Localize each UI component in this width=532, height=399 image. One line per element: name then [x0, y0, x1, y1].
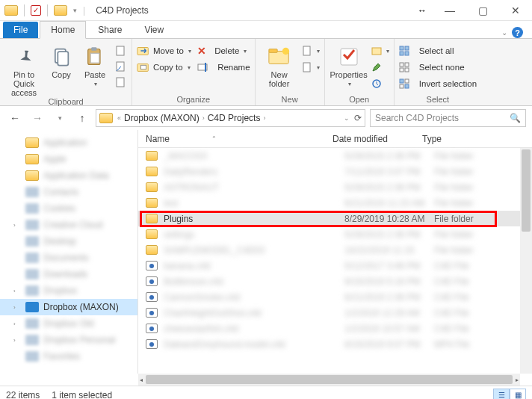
tab-view[interactable]: View [134, 22, 174, 38]
file-row-selected[interactable]: Plugins8/29/2019 10:28 AMFile folder [138, 211, 532, 226]
tree-item[interactable]: ›Creative Cloud [0, 217, 137, 233]
file-row[interactable]: banana.c4d5/12/2017 3:46 PMC4D File [138, 258, 532, 273]
pin-to-quick-access-button[interactable]: Pin to Quick access [4, 43, 43, 97]
new-folder-button[interactable]: New folder [260, 43, 299, 88]
svg-rect-4 [90, 53, 99, 63]
file-list-pane: Name⌃ Date modified Type _MACOSX5/29/201… [138, 130, 532, 374]
tree-item-selected[interactable]: ›Dropbox (MAXON) [0, 299, 137, 315]
tree-item[interactable]: Application Data [0, 167, 137, 184]
scrollbar-thumb[interactable] [522, 149, 531, 232]
ribbon: Pin to Quick access Copy Paste▾ Clipboar… [0, 39, 532, 106]
move-to-button[interactable]: Move to▾ [137, 43, 191, 58]
svg-rect-29 [400, 79, 403, 83]
tree-item[interactable]: Desktop [0, 233, 137, 250]
close-button[interactable]: ✕ [499, 0, 532, 21]
file-row[interactable]: _MACOSX5/29/2015 2:36 PMFile folder [138, 148, 532, 164]
file-row[interactable]: cheesestarfish.c4d1/2/2019 10:57 AMC4D F… [138, 321, 532, 336]
copy-to-button[interactable]: Copy to▾ [137, 60, 191, 75]
horizontal-scrollbar[interactable]: ◂▸ [138, 374, 520, 386]
maximize-button[interactable]: ▢ [466, 0, 499, 21]
tab-home[interactable]: Home [40, 21, 86, 39]
open-button[interactable]: ▾ [371, 43, 389, 58]
tree-item[interactable]: ›Dropbox Old [0, 315, 137, 332]
status-item-count: 22 items [6, 390, 40, 400]
svg-rect-5 [117, 46, 124, 55]
delete-button[interactable]: ✕ Delete▾ [197, 43, 250, 58]
forward-button[interactable]: → [28, 109, 46, 127]
col-header-date[interactable]: Date modified [332, 134, 422, 144]
tree-item[interactable]: Application [0, 134, 137, 151]
tab-file[interactable]: File [3, 22, 38, 38]
view-details-button[interactable]: ☰ [493, 389, 510, 400]
copy-button[interactable]: Copy [46, 43, 76, 79]
svg-rect-25 [400, 63, 403, 66]
minimize-button[interactable]: — [433, 0, 466, 21]
svg-rect-30 [405, 79, 409, 83]
history-button[interactable] [371, 76, 389, 91]
svg-rect-7 [117, 78, 124, 87]
paste-button[interactable]: Paste▾ [79, 43, 111, 87]
new-item-button[interactable]: ▾ [302, 43, 320, 58]
title-bar: ✓ ▾ | C4D Projects ↔ — ▢ ✕ [0, 0, 532, 21]
file-row[interactable]: settings5/29/2015 2:36 PMFile folder [138, 226, 532, 242]
tree-item[interactable]: ›Dropbox [0, 282, 137, 299]
breadcrumb-seg[interactable]: Dropbox (MAXON) [124, 113, 200, 123]
file-row[interactable]: ASTRONAUT5/29/2015 2:36 PMFile folder [138, 179, 532, 195]
tree-item[interactable]: Apple [0, 151, 137, 167]
search-box[interactable]: Search C4D Projects 🔍 [370, 109, 526, 127]
resize-handle-icon[interactable]: ↔ [411, 0, 433, 21]
up-button[interactable]: ↑ [73, 109, 91, 127]
ribbon-collapse-icon[interactable]: ⌄ [501, 28, 507, 37]
clipboard-small2[interactable] [115, 59, 127, 74]
file-row[interactable]: test6/21/2019 11:23 AMFile folder [138, 195, 532, 211]
rename-button[interactable]: Rename [197, 60, 250, 75]
qat-properties-icon[interactable]: ✓ [31, 5, 41, 16]
svg-rect-16 [303, 46, 310, 55]
svg-rect-12 [205, 63, 206, 72]
new-folder-label: New folder [260, 70, 299, 88]
breadcrumb-seg[interactable]: C4D Projects [208, 113, 261, 123]
addr-dropdown-icon[interactable]: ⌄ [344, 114, 350, 122]
recent-locations-button[interactable]: ▾ [51, 109, 69, 127]
file-row[interactable]: DailyRenders7/11/2019 3:07 PMFile folder [138, 164, 532, 179]
tree-item[interactable]: Cookies [0, 200, 137, 217]
folder-icon[interactable] [54, 5, 67, 16]
invert-selection-button[interactable]: Invert selection [399, 76, 477, 91]
col-header-type[interactable]: Type [422, 134, 482, 144]
search-icon[interactable]: 🔍 [510, 113, 521, 123]
properties-button[interactable]: Properties▾ [330, 43, 368, 87]
navigation-pane[interactable]: Application Apple Application Data Conta… [0, 130, 138, 374]
clipboard-small1[interactable] [115, 43, 127, 58]
svg-rect-28 [405, 68, 409, 72]
tree-item[interactable]: Favorites [0, 348, 137, 365]
clipboard-small3[interactable] [115, 75, 127, 90]
column-headers: Name⌃ Date modified Type [138, 130, 532, 148]
tree-item[interactable]: Contacts [0, 184, 137, 200]
select-all-button[interactable]: Select all [399, 43, 477, 58]
select-none-button[interactable]: Select none [399, 60, 477, 75]
file-row[interactable]: ChartHeightOutShot.c4d1/2/2019 12:29 AMC… [138, 305, 532, 321]
col-header-name[interactable]: Name⌃ [146, 134, 332, 144]
file-row[interactable]: DaleandGreyhound.model.c4d8/15/2019 9:07… [138, 336, 532, 352]
address-bar[interactable]: « Dropbox (MAXON) › C4D Projects › ⌄ ⟳ [96, 109, 365, 127]
easy-access-button[interactable]: ▾ [302, 60, 320, 75]
vertical-scrollbar[interactable] [520, 148, 532, 374]
file-row[interactable]: Bottlenose.c4d9/15/2019 5:16 PMC4D File [138, 273, 532, 289]
refresh-icon[interactable]: ⟳ [354, 113, 362, 123]
file-row[interactable]: CannonSmoke.c4d6/21/2019 2:36 PMC4D File [138, 289, 532, 305]
file-row[interactable]: SAMPLEMODEL_C4D0310/22/2019 11:15File fo… [138, 242, 532, 258]
svg-rect-19 [372, 48, 381, 55]
tree-item[interactable]: Downloads [0, 266, 137, 282]
qat-dropdown-icon[interactable]: ▾ [73, 7, 77, 14]
clipboard-group-label: Clipboard [4, 97, 127, 108]
folder-icon[interactable] [4, 5, 18, 16]
help-icon[interactable]: ? [512, 27, 523, 38]
edit-button[interactable] [371, 60, 389, 75]
back-button[interactable]: ← [6, 109, 24, 127]
ribbon-group-open: Properties▾ ▾ Open [325, 39, 395, 105]
view-large-icons-button[interactable]: ▦ [510, 389, 526, 400]
tree-item[interactable]: ›Dropbox Personal [0, 332, 137, 348]
tree-item[interactable]: Documents [0, 250, 137, 266]
tab-share[interactable]: Share [87, 22, 132, 38]
svg-rect-3 [91, 47, 96, 51]
